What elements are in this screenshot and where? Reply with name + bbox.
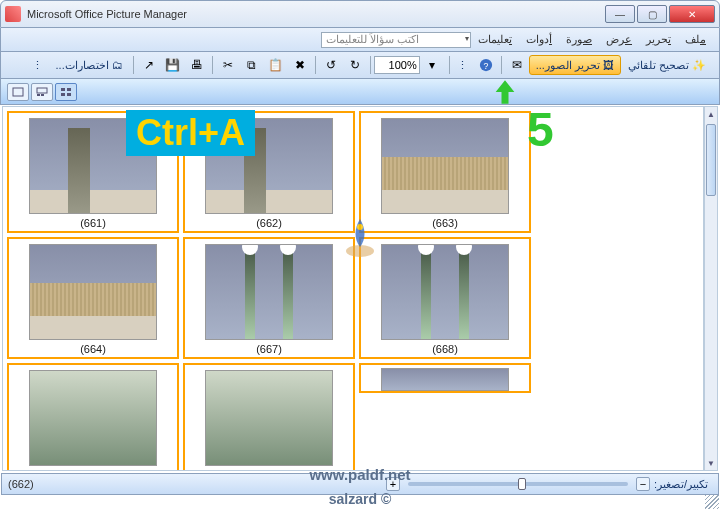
thumbnail-caption: (662) xyxy=(256,217,282,229)
close-button[interactable]: ✕ xyxy=(669,5,715,23)
svg-rect-2 xyxy=(13,88,23,96)
help-search[interactable]: ▾ xyxy=(321,32,471,48)
thumbnail-image[interactable] xyxy=(29,244,157,340)
maximize-button[interactable]: ▢ xyxy=(637,5,667,23)
delete-button[interactable]: ✖ xyxy=(289,55,311,75)
scroll-up-icon[interactable]: ▲ xyxy=(705,107,717,121)
thumbnail-cell[interactable]: (670) xyxy=(183,363,355,471)
annotation-shortcut: Ctrl+A xyxy=(126,110,255,156)
svg-rect-9 xyxy=(67,93,71,96)
paste-button[interactable]: 📋 xyxy=(265,55,287,75)
main-toolbar: ✨ تصحيح تلقائي 🖼 تحرير الصور... ✉ ? ⋮ ▾ … xyxy=(0,52,720,79)
scroll-thumb[interactable] xyxy=(706,124,716,196)
copy-button[interactable]: ⧉ xyxy=(241,55,263,75)
svg-point-11 xyxy=(357,224,363,230)
thumbnail-image[interactable] xyxy=(205,370,333,466)
thumbnail-caption: (667) xyxy=(256,343,282,355)
redo-button[interactable]: ↻ xyxy=(344,55,366,75)
window-title: Microsoft Office Picture Manager xyxy=(27,8,603,20)
save-button[interactable]: 💾 xyxy=(162,55,184,75)
annotation-step-number: 5 xyxy=(527,102,554,157)
menu-edit[interactable]: تحرير xyxy=(639,33,678,46)
auto-correct-label: تصحيح تلقائي xyxy=(628,59,689,72)
thumbnail-cell[interactable]: (663) xyxy=(359,111,531,233)
minimize-button[interactable]: — xyxy=(605,5,635,23)
scroll-down-icon[interactable]: ▼ xyxy=(705,456,717,470)
thumbnail-caption: (668) xyxy=(432,343,458,355)
zoom-slider-knob[interactable] xyxy=(518,478,526,490)
thumbnail-cell[interactable]: (669) xyxy=(7,363,179,471)
view-thumbnails-button[interactable] xyxy=(55,83,77,101)
thumbnail-image[interactable] xyxy=(381,118,509,214)
thumbnail-cell[interactable]: (668) xyxy=(359,237,531,359)
help-input[interactable] xyxy=(321,32,471,48)
thumbnail-caption: (669) xyxy=(80,469,106,471)
shortcuts-icon: 🗂 xyxy=(112,59,123,71)
thumbnail-image[interactable] xyxy=(381,244,509,340)
menu-picture[interactable]: صورة xyxy=(559,33,599,46)
auto-correct-button[interactable]: ✨ تصحيح تلقائي xyxy=(621,55,713,75)
export-button[interactable]: ↗ xyxy=(138,55,160,75)
zoom-slider[interactable] xyxy=(408,482,628,486)
dropdown-icon[interactable]: ▾ xyxy=(465,34,469,43)
svg-rect-6 xyxy=(61,88,65,91)
watermark-url: www.paldf.net xyxy=(309,466,410,483)
view-toolbar xyxy=(0,79,720,105)
thumbnail-caption: (663) xyxy=(432,217,458,229)
zoom-label: تكبير/تصغير: xyxy=(650,478,712,491)
undo-button[interactable]: ↺ xyxy=(320,55,342,75)
svg-rect-4 xyxy=(37,94,40,96)
thumbnail-cell[interactable] xyxy=(359,363,531,393)
svg-rect-3 xyxy=(37,88,47,93)
thumbnail-caption: (661) xyxy=(80,217,106,229)
vertical-scrollbar[interactable]: ▲ ▼ xyxy=(704,106,718,471)
edit-pictures-icon: 🖼 xyxy=(603,59,614,71)
resize-grip[interactable] xyxy=(705,495,719,509)
toolbar-overflow-icon-2[interactable]: ⋮ xyxy=(28,59,47,72)
watermark-logo-icon xyxy=(344,215,376,259)
thumbnail-image[interactable] xyxy=(29,370,157,466)
view-single-button[interactable] xyxy=(7,83,29,101)
edit-pictures-label: تحرير الصور... xyxy=(536,59,600,72)
shortcuts-button[interactable]: 🗂 اختصارات... xyxy=(49,55,130,75)
cut-button[interactable]: ✂ xyxy=(217,55,239,75)
menu-file[interactable]: ملف xyxy=(678,33,713,46)
mail-button[interactable]: ✉ xyxy=(506,55,528,75)
help-button[interactable]: ? xyxy=(475,55,497,75)
thumbnail-pane: (661)(662)(663)(664)(667)(668)(669)(670) xyxy=(2,106,704,471)
thumbnail-caption: (664) xyxy=(80,343,106,355)
zoom-dropdown-icon[interactable]: ▾ xyxy=(421,55,443,75)
svg-text:?: ? xyxy=(483,61,488,71)
svg-rect-8 xyxy=(61,93,65,96)
menu-help[interactable]: تعليمات xyxy=(471,33,519,46)
thumbnail-image[interactable] xyxy=(205,244,333,340)
thumbnail-caption: (670) xyxy=(256,469,282,471)
app-icon xyxy=(5,6,21,22)
auto-correct-icon: ✨ xyxy=(692,59,706,72)
title-bar: Microsoft Office Picture Manager — ▢ ✕ xyxy=(0,0,720,28)
annotation-arrow-icon xyxy=(491,78,519,113)
svg-rect-7 xyxy=(67,88,71,91)
toolbar-overflow-icon[interactable]: ⋮ xyxy=(453,59,472,72)
thumbnail-cell[interactable]: (667) xyxy=(183,237,355,359)
edit-pictures-button[interactable]: 🖼 تحرير الصور... xyxy=(529,55,621,75)
menu-tools[interactable]: أدوات xyxy=(519,33,559,46)
thumbnail-image[interactable] xyxy=(381,368,509,391)
print-button[interactable]: 🖶 xyxy=(186,55,208,75)
shortcuts-label: اختصارات... xyxy=(56,59,109,72)
svg-rect-5 xyxy=(41,94,44,96)
status-selection: (662) xyxy=(8,478,34,490)
view-filmstrip-button[interactable] xyxy=(31,83,53,101)
thumbnail-cell[interactable]: (664) xyxy=(7,237,179,359)
zoom-level-input[interactable] xyxy=(374,56,420,74)
menu-view[interactable]: عرض xyxy=(599,33,639,46)
zoom-out-button[interactable]: − xyxy=(636,477,650,491)
menu-bar: ملف تحرير عرض صورة أدوات تعليمات ▾ xyxy=(0,28,720,52)
watermark-author: salzard © xyxy=(329,491,391,507)
